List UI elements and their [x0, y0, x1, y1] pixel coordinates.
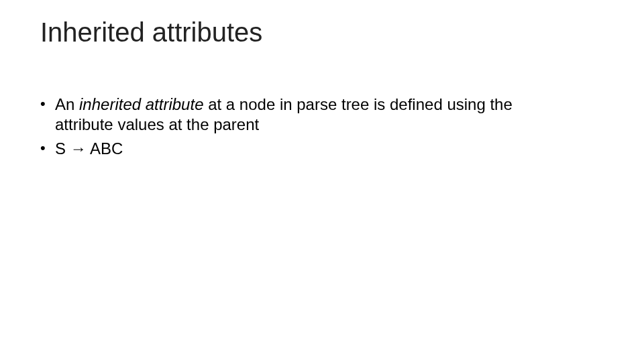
- bullet-text-emphasis: inherited attribute: [79, 95, 203, 113]
- bullet-list: An inherited attribute at a node in pars…: [40, 95, 604, 159]
- slide-body: An inherited attribute at a node in pars…: [40, 95, 604, 159]
- bullet-item: An inherited attribute at a node in pars…: [40, 95, 604, 135]
- bullet-text-prefix: An: [55, 95, 79, 113]
- bullet-text-continuation: attribute values at the parent: [55, 115, 604, 135]
- bullet-text-rest: at a node in parse tree is defined using…: [203, 95, 512, 113]
- slide: Inherited attributes An inherited attrib…: [0, 0, 644, 362]
- bullet-text: S → ABC: [55, 139, 123, 158]
- bullet-item: S → ABC: [40, 139, 604, 159]
- slide-title: Inherited attributes: [40, 17, 604, 48]
